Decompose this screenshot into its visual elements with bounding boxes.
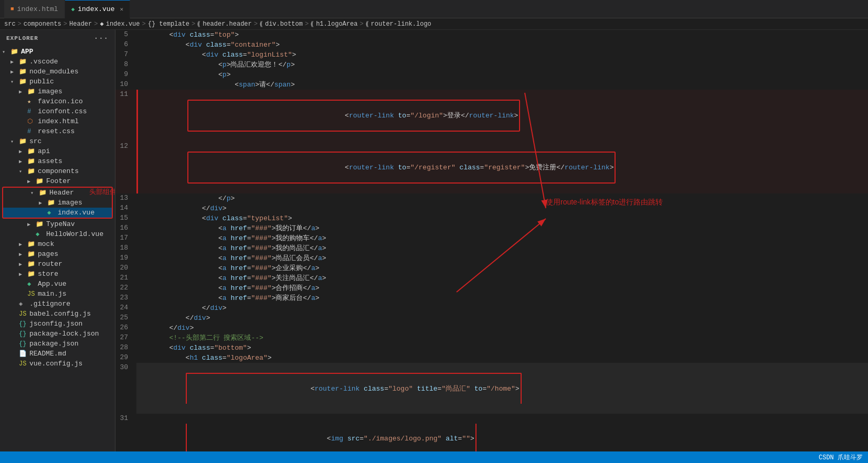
file-icon: 📄 (19, 350, 28, 358)
code-line: 8 <p>尚品汇欢迎您！</p> (115, 60, 868, 70)
sidebar-item-header-images[interactable]: ▶ 📁 images (3, 198, 112, 208)
sidebar: EXPLORER ··· ▾ 📁 APP ▶ 📁 .vscode ▶ 📁 nod… (0, 30, 115, 451)
code-line: 23 <a href="###">商家后台</a> (115, 293, 868, 303)
sidebar-label: main.js (38, 290, 67, 298)
arrow-icon: ▶ (10, 59, 19, 65)
sidebar-item-mainjs[interactable]: ▶ JS main.js (0, 289, 115, 299)
sidebar-label: index.vue (58, 209, 94, 217)
sidebar-item-node-modules[interactable]: ▶ 📁 node_modules (0, 67, 115, 77)
file-icon: JS (19, 360, 28, 368)
code-line: 21 <a href="###">关注尚品汇</a> (115, 273, 868, 283)
sidebar-label: api (38, 147, 50, 155)
sidebar-label: TypeNav (46, 220, 75, 228)
arrow-icon: ▶ (19, 158, 27, 165)
statusbar: CSDN 爪哇斗罗 (0, 451, 868, 463)
sidebar-label: jsconfig.json (29, 320, 82, 328)
sidebar-item-resetcss[interactable]: ▶ # reset.css (0, 126, 115, 136)
sidebar-label: components (38, 167, 79, 175)
tab-index-html[interactable]: ■ index.html (4, 0, 65, 18)
code-line: 25 </div> (115, 313, 868, 323)
sidebar-item-pages[interactable]: ▶ 📁 pages (0, 249, 115, 259)
sidebar-label: App.vue (38, 280, 67, 288)
sidebar-item-public[interactable]: ▾ 📁 public (0, 77, 115, 87)
file-icon: {} (19, 330, 28, 338)
sidebar-item-typenav[interactable]: ▶ 📁 TypeNav (0, 219, 115, 229)
sidebar-item-src[interactable]: ▾ 📁 src (0, 136, 115, 146)
sidebar-label: Header (49, 189, 74, 197)
sidebar-item-vueconfig[interactable]: ▶ JS vue.config.js (0, 359, 115, 369)
code-line: 13 </p> (115, 193, 868, 203)
code-line: 14 </div> (115, 203, 868, 213)
folder-icon: 📁 (36, 220, 45, 228)
file-icon: JS (27, 290, 37, 298)
sidebar-label: iconfont.css (38, 107, 87, 115)
code-line: 18 <a href="###">我的尚品汇</a> (115, 243, 868, 253)
csdn-label: CSDN 爪哇斗罗 (819, 453, 863, 462)
sidebar-item-mock[interactable]: ▶ 📁 mock (0, 239, 115, 249)
tab-index-vue[interactable]: ◆ index.vue ✕ (65, 0, 130, 18)
sidebar-item-babelconfig[interactable]: ▶ JS babel.config.js (0, 309, 115, 319)
sidebar-item-images-pub[interactable]: ▶ 📁 images (0, 87, 115, 96)
sidebar-item-jsconfigjson[interactable]: ▶ {} jsconfig.json (0, 319, 115, 329)
sidebar-item-helloworld[interactable]: ▶ ◆ HelloWorld.vue (0, 229, 115, 239)
arrow-icon: ▾ (10, 79, 19, 85)
sidebar-label: README.md (29, 350, 66, 358)
code-line: 24 </div> (115, 303, 868, 313)
file-icon: JS (19, 310, 28, 318)
vue-icon: ◆ (71, 6, 75, 13)
sidebar-label: HelloWorld.vue (46, 230, 103, 238)
sidebar-item-header[interactable]: ▾ 📁 Header (3, 188, 112, 198)
sidebar-item-vscode[interactable]: ▶ 📁 .vscode (0, 57, 115, 67)
arrow-icon: ▶ (19, 271, 27, 277)
sidebar-item-footer[interactable]: ▶ 📁 Footer (0, 176, 115, 186)
folder-icon: 📁 (10, 48, 20, 56)
file-icon: # (27, 108, 37, 115)
arrow-icon: ▶ (19, 148, 27, 155)
arrow-icon: ▶ (10, 69, 19, 75)
code-line: 19 <a href="###">尚品汇会员</a> (115, 253, 868, 263)
breadcrumb: src > components > Header > ◆ index.vue … (0, 18, 868, 30)
editor-inner: 5 <div class="top"> 6 <div class="contai… (115, 30, 868, 451)
folder-icon: 📁 (27, 147, 37, 155)
sidebar-label: Footer (46, 177, 71, 185)
sidebar-item-packagejson[interactable]: ▶ {} package.json (0, 339, 115, 349)
tab-close-btn[interactable]: ✕ (120, 6, 123, 13)
arrow-icon: ▾ (19, 168, 27, 175)
sidebar-label: src (29, 137, 41, 145)
sidebar-item-header-index[interactable]: ▶ ◆ index.vue (3, 208, 112, 218)
sidebar-item-appvue[interactable]: ▶ ◆ App.vue (0, 279, 115, 289)
sidebar-item-gitignore[interactable]: ▶ ◈ .gitignore (0, 299, 115, 309)
sidebar-label: images (38, 88, 62, 95)
folder-icon: 📁 (27, 250, 37, 258)
code-line: 28 <div class="bottom"> (115, 343, 868, 353)
sidebar-item-iconfont[interactable]: ▶ # iconfont.css (0, 106, 115, 116)
sidebar-item-assets[interactable]: ▶ 📁 assets (0, 156, 115, 166)
sidebar-item-readme[interactable]: ▶ 📄 README.md (0, 349, 115, 359)
sidebar-label: favicon.ico (38, 98, 83, 105)
file-icon: ◆ (47, 209, 57, 217)
sidebar-label: store (38, 270, 58, 278)
file-icon: ◆ (36, 230, 45, 238)
folder-icon: 📁 (27, 260, 37, 268)
code-line: 11 <router-link to="/login">登录</router-l… (115, 90, 868, 142)
sidebar-menu-btn[interactable]: ··· (94, 34, 109, 42)
arrow-icon: ▾ (2, 49, 10, 55)
file-icon: ◈ (19, 300, 28, 308)
editor-wrapper[interactable]: 5 <div class="top"> 6 <div class="contai… (115, 30, 868, 451)
file-icon: ⬡ (27, 117, 37, 125)
arrow-icon: ▾ (10, 138, 19, 145)
sidebar-item-app[interactable]: ▾ 📁 APP (0, 47, 115, 57)
sidebar-item-favicon[interactable]: ▶ ★ favicon.ico (0, 96, 115, 106)
sidebar-item-indexhtml[interactable]: ▶ ⬡ index.html (0, 116, 115, 126)
file-icon: # (27, 128, 37, 135)
sidebar-item-store[interactable]: ▶ 📁 store (0, 269, 115, 279)
sidebar-item-router[interactable]: ▶ 📁 router (0, 259, 115, 269)
code-line: 6 <div class="container"> (115, 40, 868, 50)
sidebar-item-packagelock[interactable]: ▶ {} package-lock.json (0, 329, 115, 339)
sidebar-item-components[interactable]: ▾ 📁 components (0, 166, 115, 176)
sidebar-item-api[interactable]: ▶ 📁 api (0, 146, 115, 156)
sidebar-label: images (58, 199, 82, 207)
arrow-icon: ▶ (19, 261, 27, 267)
folder-icon: 📁 (47, 199, 57, 207)
code-line: 31 <img src="./images/logo.png" alt=""> (115, 414, 868, 451)
